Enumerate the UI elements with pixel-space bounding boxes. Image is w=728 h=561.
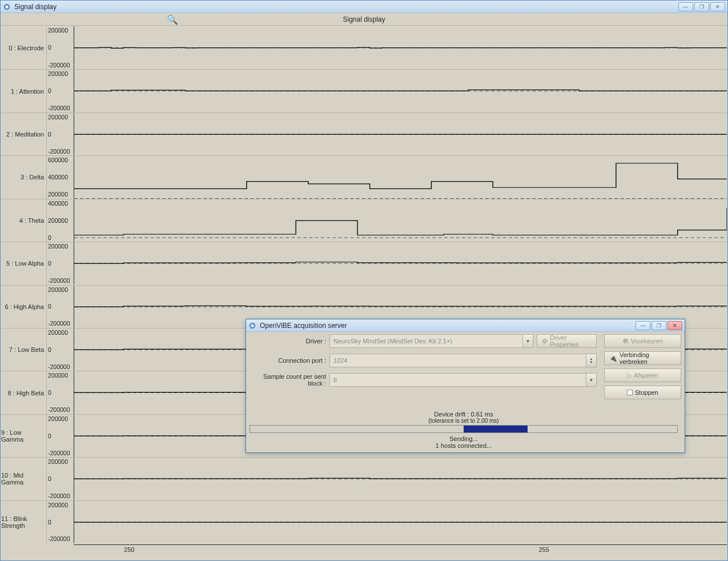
y-tick: 200000 bbox=[48, 114, 73, 121]
channel-label: 4 : Theta bbox=[1, 199, 47, 242]
y-tick: 200000 bbox=[48, 330, 73, 336]
y-tick: -200000 bbox=[48, 493, 73, 499]
progress-fill bbox=[464, 426, 528, 432]
tools-icon: 🛠 bbox=[622, 338, 629, 344]
y-tick: 0 bbox=[48, 235, 73, 241]
channel-row: 4 : Theta4000002000000 bbox=[1, 199, 727, 242]
close-button[interactable]: ✕ bbox=[710, 2, 725, 11]
y-ticks: 2000000-200000 bbox=[47, 242, 74, 284]
y-tick: 0 bbox=[48, 88, 73, 94]
gear-icon: ⚙ bbox=[542, 338, 548, 345]
channel-row: 2 : Meditation2000000-200000 bbox=[1, 113, 727, 155]
y-tick: 200000 bbox=[48, 218, 73, 224]
y-tick: -200000 bbox=[48, 320, 73, 327]
disconnect-label: Verbinding verbreken bbox=[620, 351, 676, 365]
stop-checkbox-icon bbox=[627, 390, 633, 395]
minimize-button[interactable]: — bbox=[678, 2, 693, 11]
channel-graph[interactable] bbox=[74, 70, 727, 112]
y-tick: 200000 bbox=[48, 191, 73, 198]
y-tick: 400000 bbox=[48, 174, 73, 181]
channel-graph[interactable] bbox=[74, 199, 727, 242]
y-tick: -200000 bbox=[48, 536, 73, 542]
dialog-minimize-button[interactable]: — bbox=[636, 321, 650, 330]
disconnect-icon: 🔌 bbox=[609, 355, 617, 362]
channel-row: 0 : Electrode2000000-200000 bbox=[1, 26, 727, 69]
y-tick: 0 bbox=[48, 433, 73, 439]
y-tick: 0 bbox=[48, 390, 73, 396]
channel-graph[interactable] bbox=[74, 156, 727, 198]
tolerance-text: (tolerance is set to 2.00 ms) bbox=[250, 418, 678, 424]
y-tick: 200000 bbox=[48, 243, 73, 250]
driver-combo[interactable]: NeuroSky MindSet (MindSet Dev. Kit 2.1+)… bbox=[329, 334, 533, 348]
svg-point-15 bbox=[251, 324, 254, 327]
y-tick: 0 bbox=[48, 131, 73, 138]
channel-row: 3 : Delta600000400000200000 bbox=[1, 155, 727, 198]
channel-graph[interactable] bbox=[74, 26, 727, 69]
x-tick: 255 bbox=[538, 546, 549, 553]
y-tick: 0 bbox=[48, 303, 73, 310]
window-title: Signal display bbox=[14, 3, 678, 11]
stop-label: Stoppen bbox=[635, 389, 658, 396]
channel-label: 3 : Delta bbox=[1, 156, 47, 198]
prefs-button[interactable]: 🛠 Voorkeuren bbox=[604, 334, 681, 348]
maximize-button[interactable]: ❐ bbox=[694, 2, 709, 11]
prefs-label: Voorkeuren bbox=[631, 338, 663, 344]
channel-label: 10 : Mid Gamma bbox=[1, 458, 47, 500]
y-tick: 200000 bbox=[48, 416, 73, 422]
y-tick: 200000 bbox=[48, 287, 73, 293]
svg-point-1 bbox=[5, 5, 8, 8]
acquisition-dialog: OpenViBE acquisition server — ❐ ✕ Driver… bbox=[246, 319, 685, 453]
y-ticks: 2000000-200000 bbox=[47, 501, 74, 543]
block-value: 8 bbox=[333, 376, 337, 383]
dialog-title: OpenViBE acquisition server bbox=[260, 322, 636, 330]
driver-properties-label: Driver Properties bbox=[550, 334, 592, 348]
disconnect-button[interactable]: 🔌 Verbinding verbreken bbox=[604, 351, 681, 365]
dialog-titlebar[interactable]: OpenViBE acquisition server — ❐ ✕ bbox=[246, 319, 685, 332]
y-ticks: 2000000-200000 bbox=[47, 415, 74, 457]
chevron-down-icon: ▼ bbox=[522, 335, 533, 347]
drift-text: Device drift : 0.61 ms bbox=[250, 411, 678, 418]
play-button[interactable]: ▷ Afspelen bbox=[604, 368, 681, 382]
driver-value: NeuroSky MindSet (MindSet Dev. Kit 2.1+) bbox=[333, 338, 452, 344]
channel-graph[interactable] bbox=[74, 501, 727, 543]
block-combo[interactable]: 8 ▼ bbox=[329, 373, 597, 387]
sending-text: Sending... bbox=[250, 435, 678, 442]
y-ticks: 2000000-200000 bbox=[47, 371, 74, 414]
y-tick: -200000 bbox=[48, 278, 73, 284]
y-ticks: 2000000-200000 bbox=[47, 70, 74, 112]
channel-row: 1 : Attention2000000-200000 bbox=[1, 69, 727, 112]
y-tick: 0 bbox=[48, 45, 73, 51]
y-tick: -200000 bbox=[48, 149, 73, 155]
progress-bar bbox=[250, 425, 678, 433]
dialog-maximize-button[interactable]: ❐ bbox=[651, 321, 666, 330]
y-tick: 400000 bbox=[48, 201, 73, 207]
stop-button[interactable]: Stoppen bbox=[604, 386, 681, 399]
dialog-close-button[interactable]: ✕ bbox=[667, 321, 682, 330]
y-tick: 200000 bbox=[48, 71, 73, 77]
channel-graph[interactable] bbox=[74, 458, 727, 500]
y-tick: -200000 bbox=[48, 407, 73, 413]
channel-graph[interactable] bbox=[74, 113, 727, 155]
hosts-text: 1 hosts connected... bbox=[250, 442, 678, 449]
x-axis: 250 255 bbox=[74, 544, 727, 557]
y-ticks: 2000000-200000 bbox=[47, 286, 74, 328]
driver-label: Driver : bbox=[250, 338, 329, 344]
y-tick: 600000 bbox=[48, 157, 73, 163]
play-icon: ▷ bbox=[627, 372, 632, 379]
channel-label: 0 : Electrode bbox=[1, 26, 47, 69]
plot-area: 0 : Electrode2000000-2000001 : Attention… bbox=[1, 26, 727, 542]
y-tick: 200000 bbox=[48, 459, 73, 465]
channel-graph[interactable] bbox=[74, 242, 727, 284]
channel-label: 11 : Blink Strength bbox=[1, 501, 47, 543]
channel-label: 6 : High Alpha bbox=[1, 286, 47, 328]
port-value: 1024 bbox=[333, 357, 347, 364]
port-spinner[interactable]: 1024 ▲▼ bbox=[329, 354, 597, 367]
port-label: Connection port : bbox=[250, 357, 329, 364]
block-label: Sample count per sent block : bbox=[250, 373, 329, 387]
y-tick: 0 bbox=[48, 347, 73, 353]
main-titlebar[interactable]: Signal display — ❐ ✕ bbox=[1, 1, 727, 13]
app-icon bbox=[3, 3, 11, 11]
y-ticks: 600000400000200000 bbox=[47, 156, 74, 198]
driver-properties-button[interactable]: ⚙ Driver Properties bbox=[537, 334, 597, 348]
zoom-icon[interactable]: 🔍 bbox=[167, 14, 178, 25]
